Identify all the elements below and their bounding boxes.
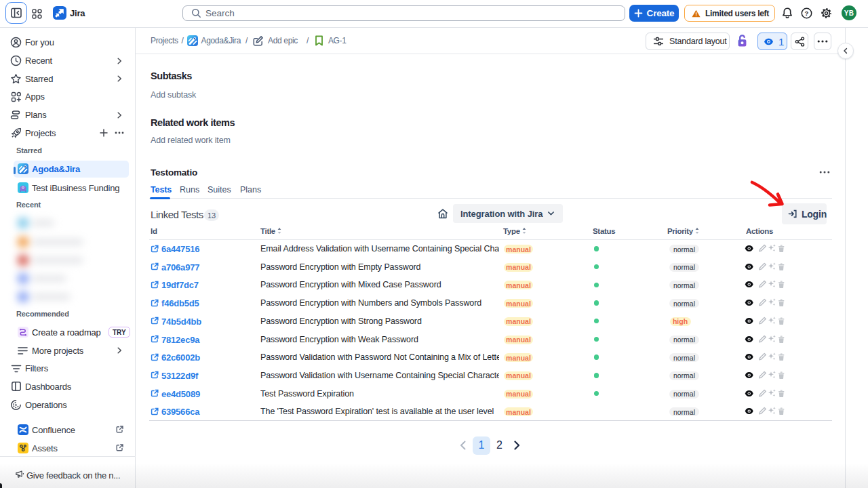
svg-text:?: ?: [805, 9, 809, 17]
